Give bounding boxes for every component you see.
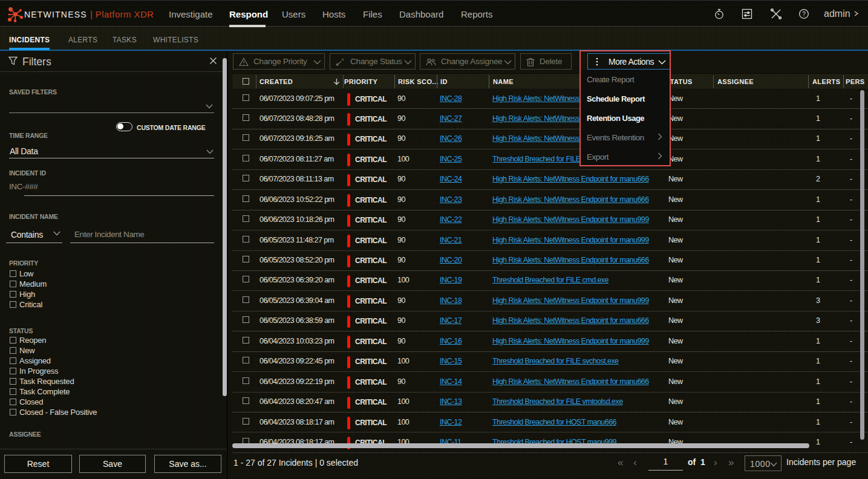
svg-text:?: ? bbox=[802, 11, 806, 18]
